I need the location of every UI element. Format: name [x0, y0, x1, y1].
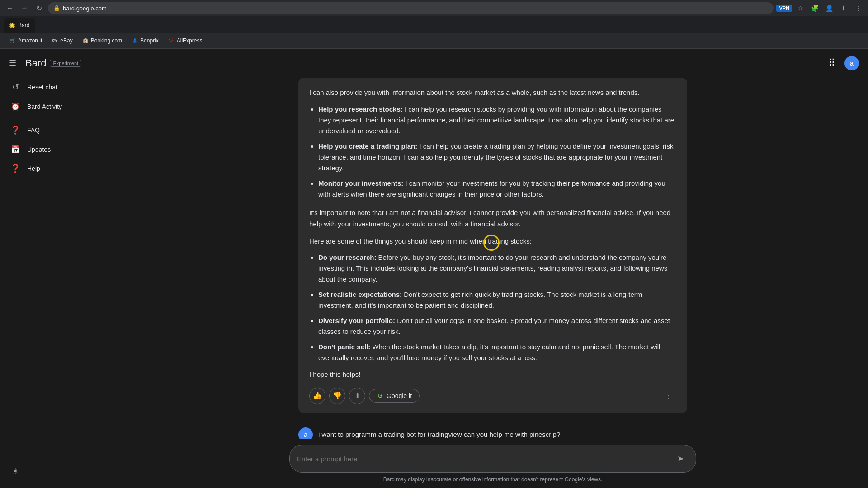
sidebar-updates-label: Updates — [27, 146, 51, 153]
sidebar-item-reset[interactable]: ↺ Reset chat — [4, 78, 114, 97]
bullet-bold-research: Help you research stocks: — [318, 105, 403, 113]
bookmark-bonprix[interactable]: 👗 Bonprix — [127, 35, 162, 46]
share-button[interactable]: ⬆ — [349, 388, 365, 404]
profile-icon[interactable]: 👤 — [823, 2, 835, 14]
disclaimer-bottom: Bard may display inaccurate or offensive… — [289, 476, 696, 486]
sidebar-item-help[interactable]: ❓ Help — [4, 159, 114, 178]
sidebar-activity-label: Bard Activity — [27, 103, 62, 110]
bookmark-booking-label: Booking.com — [91, 38, 122, 44]
bard-experiment-badge: Experiment — [50, 60, 81, 67]
browser-action-icons: VPN ☆ 🧩 👤 ⬇ ⋮ — [776, 2, 864, 14]
sidebar-faq-label: FAQ — [27, 127, 40, 134]
thumbs-down-button[interactable]: 👎 — [329, 388, 345, 404]
prompt-input[interactable] — [297, 455, 669, 463]
bullet-bold-diversify: Diversify your portfolio: — [318, 317, 395, 324]
thumbs-up-button[interactable]: 👍 — [309, 388, 326, 404]
bookmark-aliexpress[interactable]: 🛡 AliExpress — [164, 35, 206, 46]
sidebar-reset-label: Reset chat — [27, 84, 57, 91]
bullet-item-research2: Do your research: Before you buy any sto… — [318, 252, 676, 285]
input-area: ➤ Bard may display inaccurate or offensi… — [118, 439, 868, 488]
lock-icon: 🔒 — [53, 5, 60, 11]
amazon-favicon: 🛒 — [9, 37, 16, 44]
forward-button[interactable]: → — [18, 2, 31, 14]
url-text: bard.google.com — [63, 5, 107, 12]
back-button[interactable]: ← — [4, 2, 16, 14]
more-options-button[interactable]: ⋮ — [660, 388, 676, 404]
ebay-favicon: 🛍 — [51, 37, 58, 44]
google-it-label: Google it — [387, 392, 412, 399]
sidebar-item-activity[interactable]: ⏰ Bard Activity — [4, 98, 114, 115]
bullet-bold-research2: Do your research: — [318, 253, 376, 261]
sidebar-nav: ↺ Reset chat ⏰ Bard Activity ❓ FAQ 📅 Upd… — [0, 78, 118, 178]
sidebar-item-updates[interactable]: 📅 Updates — [4, 141, 114, 158]
aliexpress-favicon: 🛡 — [168, 37, 175, 44]
extension-puzzle-icon[interactable]: 🧩 — [808, 2, 821, 14]
bullet-bold-expectations: Set realistic expectations: — [318, 291, 402, 298]
bookmarks-bar: 🛒 Amazon.it 🛍 eBay 🏨 Booking.com 👗 Bonpr… — [0, 33, 868, 49]
user-message-text: i want to programm a trading bot for tra… — [318, 427, 560, 440]
bullet-bold-monitor: Monitor your investments: — [318, 179, 403, 187]
chat-container[interactable]: I can also provide you with information … — [118, 78, 868, 439]
download-icon[interactable]: ⬇ — [837, 2, 850, 14]
vpn-badge: VPN — [776, 5, 792, 12]
bookmark-ebay[interactable]: 🛍 eBay — [47, 35, 76, 46]
google-it-button[interactable]: G Google it — [369, 389, 420, 403]
bard-response: I can also provide you with information … — [298, 78, 687, 413]
disclaimer-text: It's important to note that I am not a f… — [309, 207, 676, 230]
bonprix-favicon: 👗 — [131, 37, 138, 44]
bullet-list-2: Do your research: Before you buy any sto… — [309, 252, 676, 363]
google-g-icon: G — [377, 392, 384, 399]
response-actions: 👍 👎 ⬆ G Google it ⋮ — [309, 388, 676, 404]
updates-icon: 📅 — [11, 145, 20, 154]
content-area: ⠿ a I can also provide you with informat… — [118, 49, 868, 488]
top-text: I can also provide you with information … — [309, 87, 676, 99]
user-avatar[interactable]: a — [844, 56, 859, 70]
bullet-item-expectations: Set realistic expectations: Don't expect… — [318, 289, 676, 311]
apps-icon[interactable]: ⠿ — [823, 54, 841, 72]
browser-nav-icons: ← → ↻ — [4, 2, 45, 14]
bullet-item-diversify: Diversify your portfolio: Don't put all … — [318, 315, 676, 337]
sidebar-item-dark-mode[interactable]: ☀ — [4, 462, 114, 481]
bookmark-amazon[interactable]: 🛒 Amazon.it — [5, 35, 46, 46]
dark-mode-icon: ☀ — [11, 466, 20, 476]
bookmark-aliexpress-label: AliExpress — [177, 38, 203, 44]
browser-chrome: ← → ↻ 🔒 bard.google.com VPN ☆ 🧩 👤 ⬇ ⋮ 🌟 … — [0, 0, 868, 49]
browser-top-bar: ← → ↻ 🔒 bard.google.com VPN ☆ 🧩 👤 ⬇ ⋮ — [0, 0, 868, 16]
response-text: I can also provide you with information … — [309, 87, 676, 380]
bullet-item-plan: Help you create a trading plan: I can he… — [318, 141, 676, 174]
bullet-bold-plan: Help you create a trading plan: — [318, 142, 417, 150]
menu-dots-icon[interactable]: ⋮ — [852, 2, 864, 14]
bard-logo-text: Bard — [25, 57, 46, 69]
sidebar: ☰ Bard Experiment ↺ Reset chat ⏰ Bard Ac… — [0, 49, 118, 488]
sidebar-header: ☰ Bard Experiment — [0, 52, 118, 78]
app-container: ☰ Bard Experiment ↺ Reset chat ⏰ Bard Ac… — [0, 49, 868, 488]
faq-icon: ❓ — [11, 125, 20, 135]
closing-text: I hope this helps! — [309, 369, 676, 380]
bookmark-bonprix-label: Bonprix — [140, 38, 159, 44]
prompt-input-wrapper[interactable]: ➤ — [289, 445, 696, 473]
user-message: a i want to programm a trading bot for t… — [298, 420, 687, 440]
bard-logo: Bard Experiment — [25, 57, 81, 69]
menu-button[interactable]: ☰ — [5, 56, 20, 70]
address-bar[interactable]: 🔒 bard.google.com — [48, 2, 774, 14]
sidebar-item-faq[interactable]: ❓ FAQ — [4, 121, 114, 140]
bookmark-ebay-label: eBay — [60, 38, 72, 44]
intro-text2: Here are some of the things you should k… — [309, 235, 676, 247]
bullet-bold-panic: Don't panic sell: — [318, 343, 370, 351]
bullet-item-panic: Don't panic sell: When the stock market … — [318, 342, 676, 363]
bullet-list-1: Help you research stocks: I can help you… — [309, 104, 676, 200]
sidebar-bottom: ☀ — [0, 458, 118, 484]
send-button[interactable]: ➤ — [672, 450, 689, 467]
bookmark-amazon-label: Amazon.it — [18, 38, 42, 44]
bookmark-star-icon[interactable]: ☆ — [794, 2, 807, 14]
active-tab[interactable]: 🌟 Bard — [4, 18, 35, 33]
bullet-item-monitor: Monitor your investments: I can monitor … — [318, 178, 676, 200]
reset-icon: ↺ — [11, 82, 20, 92]
chat-content: I can also provide you with information … — [289, 78, 696, 439]
booking-favicon: 🏨 — [82, 37, 89, 44]
browser-tabs: 🌟 Bard — [0, 16, 868, 33]
top-bar: ⠿ a — [118, 49, 868, 78]
reload-button[interactable]: ↻ — [33, 2, 45, 14]
bookmark-booking[interactable]: 🏨 Booking.com — [78, 35, 126, 46]
sidebar-help-label: Help — [27, 165, 40, 172]
